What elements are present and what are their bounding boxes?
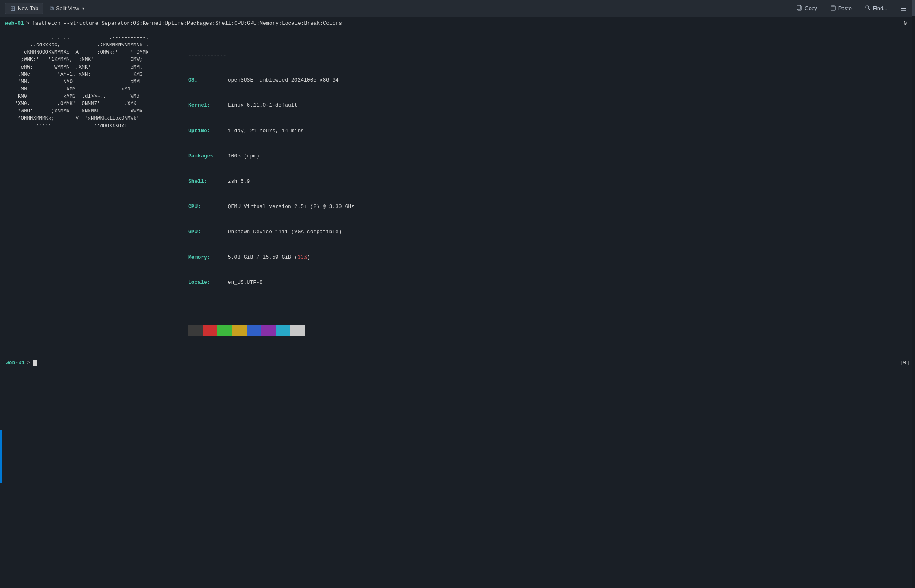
sysinfo-packages: Packages: 1005 (rpm) [188,152,909,161]
os-value: openSUSE Tumbleweed 20241005 x86_64 [225,76,339,85]
memory-close: ) [307,253,310,262]
prompt-line: web-01 > [0] [0,357,915,368]
command-text: fastfetch --structure Separator:OS:Kerne… [32,20,342,26]
command-bar: web-01 > fastfetch --structure Separator… [0,17,915,30]
packages-value: 1005 (rpm) [225,152,260,161]
color-swatch-7 [290,325,305,336]
plus-icon: ⊞ [10,5,15,12]
kernel-label: Kernel: [188,101,225,110]
packages-label: Packages: [188,152,225,161]
sysinfo-panel: ------------ OS: openSUSE Tumbleweed 202… [176,34,909,353]
toolbar-left: ⊞ New Tab ⧉ Split View ▾ [5,3,790,14]
color-swatch-5 [261,325,276,336]
color-swatch-4 [247,325,261,336]
svg-line-5 [868,9,870,11]
locale-value: en_US.UTF-8 [225,279,263,287]
color-swatch-3 [232,325,247,336]
memory-percent: 33% [297,253,307,262]
new-tab-label: New Tab [18,5,38,11]
toolbar-right: Copy Paste Find... ☰ [793,2,910,15]
new-tab-button[interactable]: ⊞ New Tab [5,3,43,14]
scrollbar-thumb[interactable] [912,0,915,16]
color-swatch-1 [203,325,217,336]
memory-value: 5.08 GiB / 15.59 GiB ( [225,253,297,262]
cpu-value: QEMU Virtual version 2.5+ (2) @ 3.30 GHz [225,203,354,211]
command-arrow: > [26,20,30,26]
command-bracket-code: [0] [901,20,910,26]
paste-icon [830,5,836,12]
svg-rect-3 [832,5,834,7]
kernel-value: Linux 6.11.0-1-default [225,101,297,110]
sysinfo-locale: Locale: en_US.UTF-8 [188,279,909,287]
cpu-label: CPU: [188,203,225,211]
shell-label: Shell: [188,178,225,186]
copy-button[interactable]: Copy [793,3,820,13]
uptime-value: 1 day, 21 hours, 14 mins [225,127,304,135]
color-swatch-0 [188,325,203,336]
color-swatches [188,325,909,336]
prompt-host: web-01 [6,360,25,366]
terminal-content: ...... .-----------. .,cdxxxoc,. .:kKMMM… [0,30,915,357]
menu-button[interactable]: ☰ [897,2,910,15]
svg-point-4 [866,6,869,9]
paste-button[interactable]: Paste [827,3,855,13]
copy-icon [797,5,802,12]
search-icon [865,5,870,12]
color-swatch-6 [276,325,290,336]
sysinfo-kernel: Kernel: Linux 6.11.0-1-default [188,101,909,110]
memory-label: Memory: [188,253,225,262]
sysinfo-memory: Memory: 5.08 GiB / 15.59 GiB (33%) [188,253,909,262]
prompt-bracket-code: [0] [900,360,909,366]
shell-value: zsh 5.9 [225,178,250,186]
split-view-button[interactable]: ⧉ Split View ▾ [46,4,88,13]
color-swatch-2 [217,325,232,336]
terminal-body [0,368,915,588]
separator-text: ------------ [188,51,226,60]
cursor [33,360,37,366]
sysinfo-gpu: GPU: Unknown Device 1111 (VGA compatible… [188,228,909,236]
find-label: Find... [873,5,887,11]
find-button[interactable]: Find... [861,3,891,13]
hamburger-icon: ☰ [900,4,907,13]
toolbar: ⊞ New Tab ⧉ Split View ▾ Copy [0,0,915,17]
sysinfo-uptime: Uptime: 1 day, 21 hours, 14 mins [188,127,909,135]
ascii-art: ...... .-----------. .,cdxxxoc,. .:kKMMM… [6,34,176,353]
sysinfo-separator: ------------ [188,51,909,60]
split-view-icon: ⧉ [50,5,54,12]
gpu-label: GPU: [188,228,225,236]
blue-accent-bar [0,430,2,483]
sysinfo-os: OS: openSUSE Tumbleweed 20241005 x86_64 [188,76,909,85]
copy-label: Copy [805,5,817,11]
uptime-label: Uptime: [188,127,225,135]
prompt-arrow: > [27,360,30,366]
sysinfo-cpu: CPU: QEMU Virtual version 2.5+ (2) @ 3.3… [188,203,909,211]
locale-label: Locale: [188,279,225,287]
command-host: web-01 [5,20,24,26]
os-label: OS: [188,76,225,85]
svg-rect-1 [797,5,801,9]
sysinfo-shell: Shell: zsh 5.9 [188,178,909,186]
gpu-value: Unknown Device 1111 (VGA compatible) [225,228,342,236]
paste-label: Paste [838,5,852,11]
split-view-label: Split View [56,5,79,11]
scrollbar[interactable] [912,0,915,588]
chevron-down-icon: ▾ [82,6,84,11]
